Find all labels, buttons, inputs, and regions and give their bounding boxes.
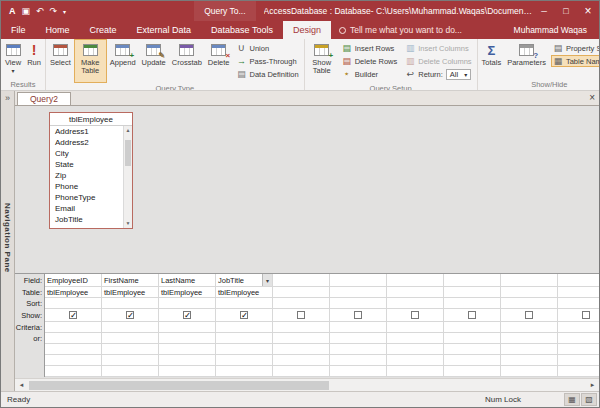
blank-cell-4[interactable] — [273, 344, 329, 355]
field-item-address1[interactable]: Address1 — [50, 126, 123, 137]
table-field-list-title[interactable]: tblEmployee — [50, 113, 132, 126]
save-button[interactable] — [22, 7, 31, 16]
parameters-button[interactable]: Parameters — [504, 39, 549, 79]
show-table-button[interactable]: Show Table — [306, 39, 338, 83]
data-definition-button[interactable]: Data Definition — [235, 68, 301, 80]
sort-cell-3[interactable] — [216, 298, 272, 309]
horizontal-scroll-thumb[interactable] — [29, 381, 329, 390]
show-cell-5[interactable] — [330, 309, 386, 322]
insert-rows-button[interactable]: Insert Rows — [340, 42, 400, 54]
show-cell-9[interactable] — [558, 309, 599, 322]
or-cell-3[interactable] — [216, 333, 272, 344]
property-sheet-button[interactable]: Property Sheet — [551, 42, 599, 54]
criteria-cell-1[interactable] — [102, 322, 158, 333]
table-cell-6[interactable] — [387, 287, 443, 298]
field-item-city[interactable]: City — [50, 148, 123, 159]
field-dropdown-icon-3[interactable] — [262, 274, 272, 286]
blank-cell-2[interactable] — [159, 355, 215, 366]
blank-cell-1[interactable] — [102, 366, 158, 377]
blank-cell-0[interactable] — [45, 344, 101, 355]
field-item-phone[interactable]: Phone — [50, 181, 123, 192]
show-checkbox-1[interactable] — [126, 311, 134, 319]
return-combobox[interactable]: All — [446, 69, 471, 80]
maximize-button[interactable] — [555, 1, 577, 21]
show-checkbox-3[interactable] — [240, 311, 248, 319]
or-cell-5[interactable] — [330, 333, 386, 344]
scroll-left-icon[interactable] — [15, 379, 28, 391]
close-button[interactable] — [577, 1, 599, 21]
criteria-cell-8[interactable] — [501, 322, 557, 333]
table-cell-8[interactable] — [501, 287, 557, 298]
criteria-cell-7[interactable] — [444, 322, 500, 333]
show-checkbox-6[interactable] — [411, 311, 419, 319]
redo-button[interactable] — [50, 7, 58, 16]
blank-cell-9[interactable] — [558, 355, 599, 366]
show-cell-8[interactable] — [501, 309, 557, 322]
field-item-phonetype[interactable]: PhoneType — [50, 192, 123, 203]
show-checkbox-8[interactable] — [525, 311, 533, 319]
blank-cell-3[interactable] — [216, 344, 272, 355]
design-view-icon[interactable] — [581, 393, 597, 406]
delete-rows-button[interactable]: Delete Rows — [340, 55, 400, 67]
scroll-up-icon[interactable] — [124, 126, 132, 135]
minimize-button[interactable] — [533, 1, 555, 21]
field-list-scrollbar[interactable] — [123, 126, 132, 228]
blank-cell-1[interactable] — [102, 344, 158, 355]
update-button[interactable]: Update — [139, 39, 169, 83]
criteria-cell-9[interactable] — [558, 322, 599, 333]
view-button[interactable]: View — [2, 39, 24, 79]
or-cell-9[interactable] — [558, 333, 599, 344]
crosstab-button[interactable]: Crosstab — [169, 39, 205, 83]
document-tab-query2[interactable]: Query2 — [17, 92, 71, 105]
show-cell-6[interactable] — [387, 309, 443, 322]
blank-cell-5[interactable] — [330, 344, 386, 355]
show-cell-0[interactable] — [45, 309, 101, 322]
field-cell-2[interactable]: LastName — [159, 274, 215, 287]
show-cell-7[interactable] — [444, 309, 500, 322]
blank-cell-7[interactable] — [444, 344, 500, 355]
append-button[interactable]: Append — [107, 39, 139, 83]
tab-design[interactable]: Design — [283, 21, 331, 39]
field-item-state[interactable]: State — [50, 159, 123, 170]
nav-pane-label[interactable]: Navigation Pane — [3, 203, 12, 273]
field-item-address2[interactable]: Address2 — [50, 137, 123, 148]
blank-cell-2[interactable] — [159, 366, 215, 377]
scroll-right-icon[interactable] — [586, 379, 599, 391]
blank-cell-6[interactable] — [387, 366, 443, 377]
blank-cell-8[interactable] — [501, 344, 557, 355]
criteria-cell-5[interactable] — [330, 322, 386, 333]
builder-button[interactable]: Builder — [340, 68, 400, 80]
blank-cell-0[interactable] — [45, 355, 101, 366]
blank-cell-0[interactable] — [45, 366, 101, 377]
field-item-email[interactable]: Email — [50, 203, 123, 214]
criteria-cell-2[interactable] — [159, 322, 215, 333]
criteria-cell-3[interactable] — [216, 322, 272, 333]
blank-cell-5[interactable] — [330, 366, 386, 377]
sort-cell-0[interactable] — [45, 298, 101, 309]
show-cell-4[interactable] — [273, 309, 329, 322]
sort-cell-2[interactable] — [159, 298, 215, 309]
field-cell-8[interactable] — [501, 274, 557, 287]
criteria-cell-0[interactable] — [45, 322, 101, 333]
datasheet-view-icon[interactable] — [564, 393, 580, 406]
account-user-name[interactable]: Muhammad Waqas — [514, 21, 587, 39]
criteria-cell-4[interactable] — [273, 322, 329, 333]
undo-button[interactable] — [36, 7, 44, 16]
or-cell-1[interactable] — [102, 333, 158, 344]
blank-cell-6[interactable] — [387, 355, 443, 366]
table-cell-1[interactable]: tblEmployee — [102, 287, 158, 298]
field-cell-9[interactable] — [558, 274, 599, 287]
field-cell-0[interactable]: EmployeeID — [45, 274, 101, 287]
field-cell-5[interactable] — [330, 274, 386, 287]
nav-pane-expand-chevron-icon[interactable]: » — [1, 93, 14, 103]
tab-external-data[interactable]: External Data — [127, 21, 202, 39]
tab-database-tools[interactable]: Database Tools — [201, 21, 283, 39]
field-item-jobtitle[interactable]: JobTitle — [50, 214, 123, 225]
or-cell-6[interactable] — [387, 333, 443, 344]
or-cell-0[interactable] — [45, 333, 101, 344]
sort-cell-9[interactable] — [558, 298, 599, 309]
field-cell-1[interactable]: FirstName — [102, 274, 158, 287]
make-table-button[interactable]: Make Table — [74, 39, 107, 83]
field-cell-6[interactable] — [387, 274, 443, 287]
blank-cell-9[interactable] — [558, 344, 599, 355]
